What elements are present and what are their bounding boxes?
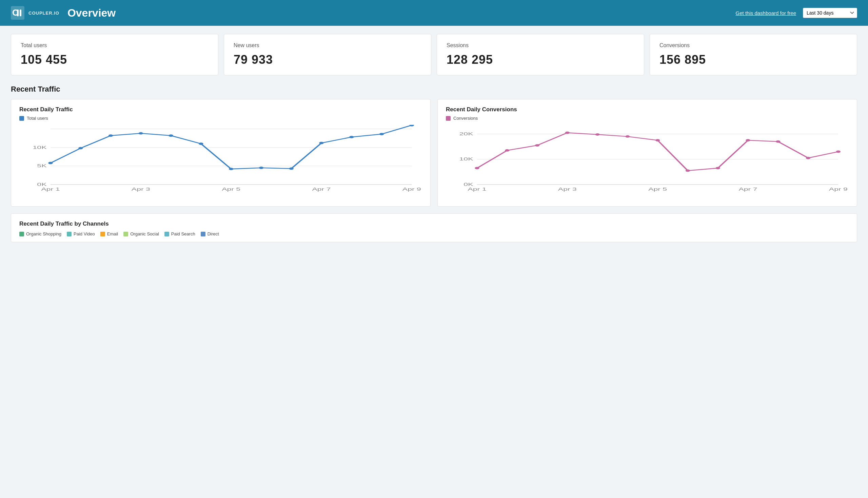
svg-point-52 xyxy=(776,141,780,143)
svg-point-45 xyxy=(565,132,570,134)
channel-dot xyxy=(101,232,105,236)
kpi-label: Sessions xyxy=(446,42,635,49)
channel-item: Email xyxy=(101,231,118,236)
charts-row: Recent Daily Traffic Total users 0K5K10K… xyxy=(11,99,857,207)
kpi-value: 105 455 xyxy=(21,53,209,67)
conversions-legend-label: Conversions xyxy=(453,116,478,121)
kpi-card: Conversions 156 895 xyxy=(650,34,857,75)
traffic-legend-label: Total users xyxy=(27,116,48,121)
svg-point-26 xyxy=(319,142,323,144)
kpi-label: Total users xyxy=(21,42,209,49)
traffic-legend-dot xyxy=(19,116,24,121)
svg-text:0K: 0K xyxy=(37,182,47,187)
svg-text:20K: 20K xyxy=(459,132,474,136)
channel-label: Paid Video xyxy=(74,231,95,236)
svg-point-44 xyxy=(535,144,539,146)
kpi-value: 156 895 xyxy=(659,53,847,67)
svg-rect-3 xyxy=(20,10,21,16)
channel-item: Direct xyxy=(201,231,219,236)
channel-dot xyxy=(164,232,169,236)
svg-text:5K: 5K xyxy=(37,163,47,168)
svg-text:10K: 10K xyxy=(459,157,474,161)
svg-text:10K: 10K xyxy=(33,145,47,150)
svg-text:Apr 9: Apr 9 xyxy=(829,187,847,192)
channel-label: Organic Shopping xyxy=(26,231,62,236)
main-content: Total users 105 455 New users 79 933 Ses… xyxy=(0,26,868,250)
conversions-chart-svg: 0K10K20KApr 1Apr 3Apr 5Apr 7Apr 9 xyxy=(446,125,849,199)
conversions-legend-dot xyxy=(446,116,451,121)
svg-text:Apr 7: Apr 7 xyxy=(312,187,331,192)
svg-text:0K: 0K xyxy=(464,182,473,187)
traffic-chart-legend: Total users xyxy=(19,116,422,121)
svg-text:Apr 3: Apr 3 xyxy=(132,187,150,192)
kpi-card: New users 79 933 xyxy=(224,34,431,75)
recent-traffic-title: Recent Traffic xyxy=(11,85,857,94)
date-range-select[interactable]: Last 7 daysLast 30 daysLast 90 daysLast … xyxy=(803,8,857,18)
kpi-row: Total users 105 455 New users 79 933 Ses… xyxy=(11,34,857,75)
channel-dot xyxy=(123,232,128,236)
kpi-card: Total users 105 455 xyxy=(11,34,218,75)
channel-label: Direct xyxy=(208,231,219,236)
kpi-label: New users xyxy=(233,42,422,49)
coupler-logo-icon: C xyxy=(11,6,24,20)
svg-point-28 xyxy=(379,133,384,135)
channel-legend: Organic Shopping Paid Video Email Organi… xyxy=(19,231,849,236)
svg-text:Apr 1: Apr 1 xyxy=(41,187,60,192)
svg-rect-2 xyxy=(17,10,19,16)
kpi-card: Sessions 128 295 xyxy=(437,34,644,75)
kpi-value: 128 295 xyxy=(446,53,635,67)
logo-text: COUPLER.IO xyxy=(28,11,59,16)
svg-point-43 xyxy=(505,149,509,152)
svg-point-51 xyxy=(746,139,750,142)
conversions-chart-legend: Conversions xyxy=(446,116,849,121)
svg-point-24 xyxy=(259,167,264,169)
header: C COUPLER.IO Overview Get this dashboard… xyxy=(0,0,868,26)
svg-point-42 xyxy=(475,167,479,169)
svg-point-20 xyxy=(139,132,143,135)
traffic-chart-svg: 0K5K10KApr 1Apr 3Apr 5Apr 7Apr 9 xyxy=(19,125,422,199)
traffic-chart-title: Recent Daily Traffic xyxy=(19,106,422,113)
svg-point-17 xyxy=(48,162,53,164)
channel-dot xyxy=(19,232,24,236)
svg-point-46 xyxy=(595,133,599,136)
svg-text:Apr 9: Apr 9 xyxy=(402,187,421,192)
channel-dot xyxy=(201,232,205,236)
channel-label: Paid Search xyxy=(171,231,195,236)
svg-point-54 xyxy=(836,150,841,153)
kpi-label: Conversions xyxy=(659,42,847,49)
svg-point-21 xyxy=(169,134,173,137)
svg-text:Apr 1: Apr 1 xyxy=(468,187,486,192)
svg-point-27 xyxy=(349,136,353,139)
svg-text:Apr 5: Apr 5 xyxy=(648,187,667,192)
channel-label: Email xyxy=(107,231,118,236)
channel-item: Organic Social xyxy=(123,231,159,236)
svg-point-19 xyxy=(108,134,113,137)
traffic-chart-card: Recent Daily Traffic Total users 0K5K10K… xyxy=(11,99,431,207)
header-right: Get this dashboard for free Last 7 daysL… xyxy=(736,8,857,18)
logo-area: C COUPLER.IO xyxy=(11,6,59,20)
channel-item: Paid Video xyxy=(67,231,95,236)
page-title: Overview xyxy=(67,7,116,19)
svg-point-47 xyxy=(625,135,630,138)
svg-text:Apr 5: Apr 5 xyxy=(222,187,240,192)
svg-point-50 xyxy=(716,167,720,169)
svg-text:Apr 3: Apr 3 xyxy=(558,187,577,192)
svg-text:Apr 7: Apr 7 xyxy=(739,187,758,192)
conversions-chart-title: Recent Daily Conversions xyxy=(446,106,849,113)
svg-point-25 xyxy=(289,167,294,170)
svg-point-48 xyxy=(655,139,660,142)
channel-dot xyxy=(67,232,71,236)
kpi-value: 79 933 xyxy=(233,53,422,67)
channel-item: Paid Search xyxy=(164,231,195,236)
conversions-chart-card: Recent Daily Conversions Conversions 0K1… xyxy=(437,99,857,207)
channels-card: Recent Daily Traffic by Channels Organic… xyxy=(11,213,857,242)
channels-title: Recent Daily Traffic by Channels xyxy=(19,221,849,227)
svg-point-49 xyxy=(685,170,690,172)
get-dashboard-link[interactable]: Get this dashboard for free xyxy=(736,10,796,16)
channel-item: Organic Shopping xyxy=(19,231,62,236)
svg-point-53 xyxy=(806,157,810,159)
svg-point-18 xyxy=(78,147,83,149)
svg-point-23 xyxy=(229,168,233,170)
channel-label: Organic Social xyxy=(130,231,159,236)
svg-point-22 xyxy=(199,143,203,145)
